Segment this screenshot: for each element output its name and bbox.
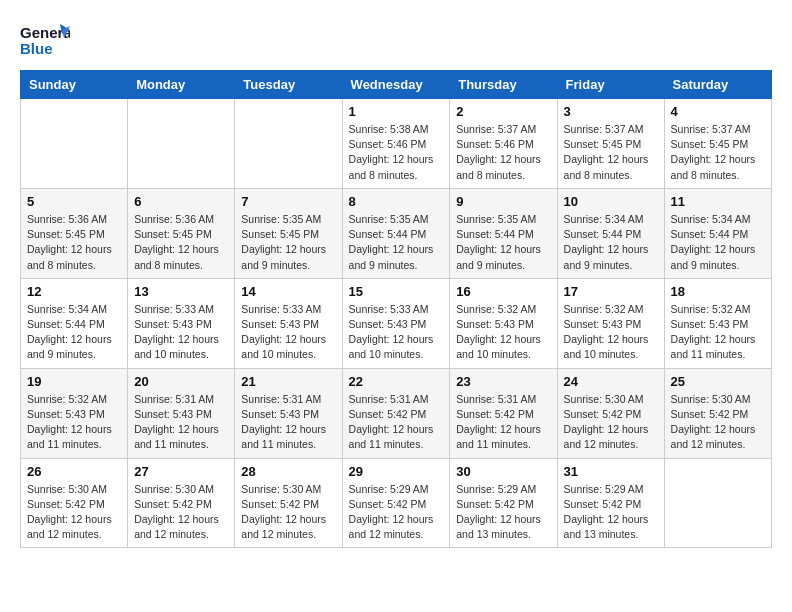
day-number: 30: [456, 464, 550, 479]
cell-info: Sunrise: 5:31 AMSunset: 5:43 PMDaylight:…: [134, 392, 228, 453]
weekday-header-row: SundayMondayTuesdayWednesdayThursdayFrid…: [21, 71, 772, 99]
calendar-cell: 1Sunrise: 5:38 AMSunset: 5:46 PMDaylight…: [342, 99, 450, 189]
calendar-cell: 17Sunrise: 5:32 AMSunset: 5:43 PMDayligh…: [557, 278, 664, 368]
calendar-cell: 5Sunrise: 5:36 AMSunset: 5:45 PMDaylight…: [21, 188, 128, 278]
cell-info: Sunrise: 5:32 AMSunset: 5:43 PMDaylight:…: [456, 302, 550, 363]
cell-info: Sunrise: 5:30 AMSunset: 5:42 PMDaylight:…: [134, 482, 228, 543]
day-number: 16: [456, 284, 550, 299]
calendar-header: SundayMondayTuesdayWednesdayThursdayFrid…: [21, 71, 772, 99]
calendar-week-row: 5Sunrise: 5:36 AMSunset: 5:45 PMDaylight…: [21, 188, 772, 278]
cell-info: Sunrise: 5:38 AMSunset: 5:46 PMDaylight:…: [349, 122, 444, 183]
cell-info: Sunrise: 5:35 AMSunset: 5:45 PMDaylight:…: [241, 212, 335, 273]
calendar-cell: 7Sunrise: 5:35 AMSunset: 5:45 PMDaylight…: [235, 188, 342, 278]
calendar-cell: 11Sunrise: 5:34 AMSunset: 5:44 PMDayligh…: [664, 188, 771, 278]
cell-info: Sunrise: 5:34 AMSunset: 5:44 PMDaylight:…: [671, 212, 765, 273]
calendar-cell: 24Sunrise: 5:30 AMSunset: 5:42 PMDayligh…: [557, 368, 664, 458]
weekday-header: Sunday: [21, 71, 128, 99]
day-number: 11: [671, 194, 765, 209]
calendar-week-row: 12Sunrise: 5:34 AMSunset: 5:44 PMDayligh…: [21, 278, 772, 368]
calendar-cell: 28Sunrise: 5:30 AMSunset: 5:42 PMDayligh…: [235, 458, 342, 548]
day-number: 15: [349, 284, 444, 299]
day-number: 4: [671, 104, 765, 119]
day-number: 27: [134, 464, 228, 479]
weekday-header: Monday: [128, 71, 235, 99]
calendar-body: 1Sunrise: 5:38 AMSunset: 5:46 PMDaylight…: [21, 99, 772, 548]
calendar-cell: [235, 99, 342, 189]
calendar-cell: 10Sunrise: 5:34 AMSunset: 5:44 PMDayligh…: [557, 188, 664, 278]
cell-info: Sunrise: 5:33 AMSunset: 5:43 PMDaylight:…: [134, 302, 228, 363]
calendar-cell: 31Sunrise: 5:29 AMSunset: 5:42 PMDayligh…: [557, 458, 664, 548]
calendar-cell: 3Sunrise: 5:37 AMSunset: 5:45 PMDaylight…: [557, 99, 664, 189]
cell-info: Sunrise: 5:35 AMSunset: 5:44 PMDaylight:…: [456, 212, 550, 273]
weekday-header: Friday: [557, 71, 664, 99]
day-number: 6: [134, 194, 228, 209]
calendar-week-row: 19Sunrise: 5:32 AMSunset: 5:43 PMDayligh…: [21, 368, 772, 458]
cell-info: Sunrise: 5:33 AMSunset: 5:43 PMDaylight:…: [241, 302, 335, 363]
cell-info: Sunrise: 5:30 AMSunset: 5:42 PMDaylight:…: [564, 392, 658, 453]
day-number: 24: [564, 374, 658, 389]
calendar-cell: [128, 99, 235, 189]
calendar-cell: 12Sunrise: 5:34 AMSunset: 5:44 PMDayligh…: [21, 278, 128, 368]
day-number: 17: [564, 284, 658, 299]
day-number: 31: [564, 464, 658, 479]
day-number: 26: [27, 464, 121, 479]
day-number: 20: [134, 374, 228, 389]
logo: General Blue: [20, 20, 70, 60]
calendar-cell: 6Sunrise: 5:36 AMSunset: 5:45 PMDaylight…: [128, 188, 235, 278]
cell-info: Sunrise: 5:31 AMSunset: 5:42 PMDaylight:…: [349, 392, 444, 453]
day-number: 29: [349, 464, 444, 479]
day-number: 12: [27, 284, 121, 299]
day-number: 5: [27, 194, 121, 209]
cell-info: Sunrise: 5:33 AMSunset: 5:43 PMDaylight:…: [349, 302, 444, 363]
cell-info: Sunrise: 5:36 AMSunset: 5:45 PMDaylight:…: [27, 212, 121, 273]
header: General Blue: [20, 20, 772, 60]
day-number: 22: [349, 374, 444, 389]
calendar-cell: 14Sunrise: 5:33 AMSunset: 5:43 PMDayligh…: [235, 278, 342, 368]
day-number: 23: [456, 374, 550, 389]
svg-text:Blue: Blue: [20, 40, 53, 57]
weekday-header: Thursday: [450, 71, 557, 99]
calendar-cell: 30Sunrise: 5:29 AMSunset: 5:42 PMDayligh…: [450, 458, 557, 548]
day-number: 9: [456, 194, 550, 209]
calendar-cell: 26Sunrise: 5:30 AMSunset: 5:42 PMDayligh…: [21, 458, 128, 548]
calendar: SundayMondayTuesdayWednesdayThursdayFrid…: [20, 70, 772, 548]
cell-info: Sunrise: 5:31 AMSunset: 5:43 PMDaylight:…: [241, 392, 335, 453]
cell-info: Sunrise: 5:32 AMSunset: 5:43 PMDaylight:…: [671, 302, 765, 363]
calendar-cell: 8Sunrise: 5:35 AMSunset: 5:44 PMDaylight…: [342, 188, 450, 278]
calendar-cell: 15Sunrise: 5:33 AMSunset: 5:43 PMDayligh…: [342, 278, 450, 368]
day-number: 13: [134, 284, 228, 299]
cell-info: Sunrise: 5:36 AMSunset: 5:45 PMDaylight:…: [134, 212, 228, 273]
cell-info: Sunrise: 5:32 AMSunset: 5:43 PMDaylight:…: [27, 392, 121, 453]
day-number: 25: [671, 374, 765, 389]
calendar-cell: 4Sunrise: 5:37 AMSunset: 5:45 PMDaylight…: [664, 99, 771, 189]
day-number: 7: [241, 194, 335, 209]
day-number: 18: [671, 284, 765, 299]
calendar-cell: 16Sunrise: 5:32 AMSunset: 5:43 PMDayligh…: [450, 278, 557, 368]
cell-info: Sunrise: 5:34 AMSunset: 5:44 PMDaylight:…: [27, 302, 121, 363]
weekday-header: Wednesday: [342, 71, 450, 99]
calendar-cell: 9Sunrise: 5:35 AMSunset: 5:44 PMDaylight…: [450, 188, 557, 278]
calendar-week-row: 26Sunrise: 5:30 AMSunset: 5:42 PMDayligh…: [21, 458, 772, 548]
day-number: 14: [241, 284, 335, 299]
calendar-cell: 2Sunrise: 5:37 AMSunset: 5:46 PMDaylight…: [450, 99, 557, 189]
cell-info: Sunrise: 5:29 AMSunset: 5:42 PMDaylight:…: [456, 482, 550, 543]
day-number: 2: [456, 104, 550, 119]
day-number: 28: [241, 464, 335, 479]
calendar-week-row: 1Sunrise: 5:38 AMSunset: 5:46 PMDaylight…: [21, 99, 772, 189]
calendar-cell: 23Sunrise: 5:31 AMSunset: 5:42 PMDayligh…: [450, 368, 557, 458]
weekday-header: Saturday: [664, 71, 771, 99]
calendar-cell: 20Sunrise: 5:31 AMSunset: 5:43 PMDayligh…: [128, 368, 235, 458]
calendar-cell: 27Sunrise: 5:30 AMSunset: 5:42 PMDayligh…: [128, 458, 235, 548]
calendar-cell: 29Sunrise: 5:29 AMSunset: 5:42 PMDayligh…: [342, 458, 450, 548]
calendar-cell: 21Sunrise: 5:31 AMSunset: 5:43 PMDayligh…: [235, 368, 342, 458]
cell-info: Sunrise: 5:30 AMSunset: 5:42 PMDaylight:…: [27, 482, 121, 543]
cell-info: Sunrise: 5:35 AMSunset: 5:44 PMDaylight:…: [349, 212, 444, 273]
cell-info: Sunrise: 5:37 AMSunset: 5:46 PMDaylight:…: [456, 122, 550, 183]
cell-info: Sunrise: 5:29 AMSunset: 5:42 PMDaylight:…: [349, 482, 444, 543]
calendar-cell: 13Sunrise: 5:33 AMSunset: 5:43 PMDayligh…: [128, 278, 235, 368]
weekday-header: Tuesday: [235, 71, 342, 99]
day-number: 21: [241, 374, 335, 389]
cell-info: Sunrise: 5:30 AMSunset: 5:42 PMDaylight:…: [671, 392, 765, 453]
day-number: 3: [564, 104, 658, 119]
logo-bird-icon: General Blue: [20, 20, 70, 60]
